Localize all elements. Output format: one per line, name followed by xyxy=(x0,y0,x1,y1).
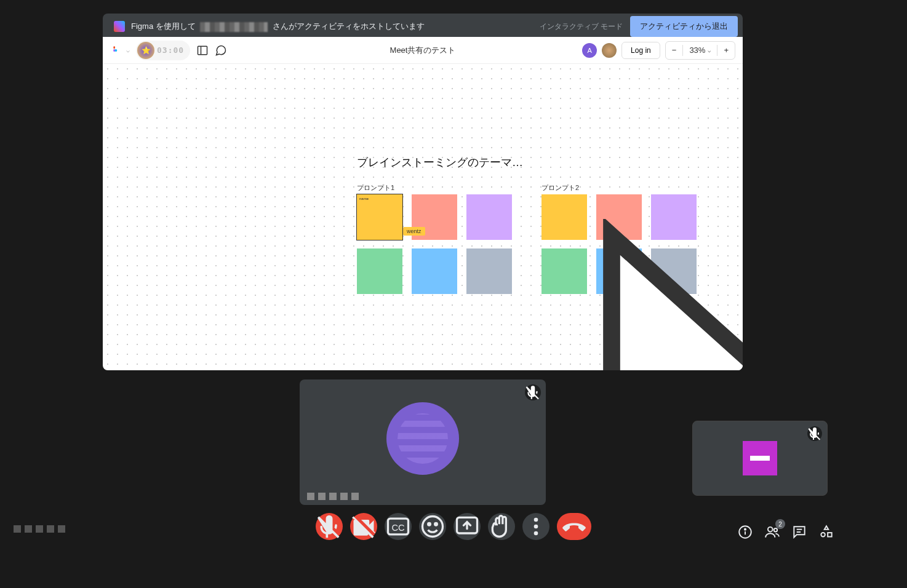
layout-grid-icon[interactable] xyxy=(196,44,209,57)
meeting-details-button[interactable] xyxy=(737,524,753,540)
svg-point-7 xyxy=(423,517,443,537)
svg-point-17 xyxy=(768,527,773,532)
raise-hand-button[interactable] xyxy=(488,513,515,540)
svg-text:CC: CC xyxy=(391,523,405,533)
svg-point-8 xyxy=(428,523,431,526)
sticky-note[interactable] xyxy=(541,194,587,240)
zoom-out-button[interactable]: − xyxy=(666,46,683,55)
figma-menu-icon[interactable] xyxy=(110,46,120,55)
chevron-down-icon[interactable]: ⌵ xyxy=(126,47,130,54)
meet-control-bar: CC xyxy=(316,513,591,540)
svg-point-11 xyxy=(534,518,538,522)
svg-point-18 xyxy=(774,528,777,531)
svg-rect-3 xyxy=(198,46,207,54)
sticky-note[interactable] xyxy=(541,248,587,294)
leave-call-button[interactable] xyxy=(557,513,591,540)
remote-cursor-label: wentz xyxy=(403,227,425,236)
user-avatar-photo[interactable] xyxy=(602,43,617,58)
document-title[interactable]: Meet共有のテスト xyxy=(390,45,456,56)
sticky-note[interactable] xyxy=(412,248,457,294)
toolbar-right: A Log in − 33% ⌵ + xyxy=(582,41,735,60)
reactions-button[interactable] xyxy=(419,513,446,540)
more-options-button[interactable] xyxy=(522,513,549,540)
prompt-1-label[interactable]: プロンプト1 xyxy=(357,183,394,193)
self-avatar xyxy=(743,441,777,475)
comment-icon[interactable] xyxy=(215,44,227,57)
sticky-note[interactable] xyxy=(466,194,512,240)
exit-activity-button[interactable]: アクティビティから退出 xyxy=(630,16,738,37)
login-button[interactable]: Log in xyxy=(621,42,660,59)
banner-text: Figma を使用して さんがアクティビティをホストしています xyxy=(131,21,540,32)
brainstorm-theme-title[interactable]: ブレインストーミングのテーマ… xyxy=(357,155,523,170)
mic-muted-icon xyxy=(807,426,822,441)
toggle-mic-button[interactable] xyxy=(316,513,343,540)
activity-banner: Figma を使用して さんがアクティビティをホストしています インタラクティブ… xyxy=(103,14,743,39)
svg-point-2 xyxy=(114,49,117,52)
svg-point-16 xyxy=(745,529,746,530)
svg-point-12 xyxy=(534,525,538,529)
host-name-pixelated xyxy=(200,22,268,32)
zoom-control: − 33% ⌵ + xyxy=(665,41,735,60)
participant-count-badge: 2 xyxy=(775,519,785,529)
mic-muted-icon xyxy=(525,384,541,400)
sticky-note[interactable] xyxy=(466,248,512,294)
interactive-mode-label: インタラクティブ モード xyxy=(540,22,623,32)
sticky-note[interactable]: name xyxy=(357,194,402,240)
activities-button[interactable] xyxy=(818,524,834,540)
user-avatar-a[interactable]: A xyxy=(582,43,597,58)
timer-value: 03:00 xyxy=(157,46,184,55)
figjam-canvas[interactable]: ブレインストーミングのテーマ… プロンプト1 プロンプト2 name wentz xyxy=(103,64,743,370)
zoom-in-button[interactable]: + xyxy=(717,46,735,55)
self-video-tile[interactable] xyxy=(692,421,828,496)
banner-prefix: Figma を使用して xyxy=(131,22,196,31)
prompt-2-label[interactable]: プロンプト2 xyxy=(541,183,579,193)
svg-point-13 xyxy=(534,531,538,536)
toggle-camera-button[interactable] xyxy=(350,513,377,540)
figma-logo-icon xyxy=(114,21,125,32)
show-participants-button[interactable]: 2 xyxy=(764,524,780,540)
sticky-note[interactable] xyxy=(357,248,402,294)
svg-point-9 xyxy=(435,523,438,526)
banner-suffix: さんがアクティビティをホストしています xyxy=(273,22,425,31)
present-screen-button[interactable] xyxy=(454,513,481,540)
chat-button[interactable] xyxy=(791,524,807,540)
meeting-time-pixelated xyxy=(14,525,65,533)
figjam-panel: ⌵ ⭐ 03:00 Meet共有のテスト A Log in − 33% ⌵ + … xyxy=(103,37,743,370)
sticky-note[interactable] xyxy=(596,248,642,294)
participant-name-pixelated xyxy=(307,493,359,500)
sticky-note[interactable] xyxy=(651,248,697,294)
svg-rect-0 xyxy=(113,46,115,49)
timer-widget[interactable]: ⭐ 03:00 xyxy=(136,41,190,60)
remote-cursor-icon xyxy=(394,219,743,370)
participant-video-tile[interactable] xyxy=(300,379,546,505)
figjam-toolbar: ⌵ ⭐ 03:00 Meet共有のテスト A Log in − 33% ⌵ + xyxy=(103,37,743,64)
meet-info-bar: 2 xyxy=(737,524,834,540)
svg-point-22 xyxy=(821,533,825,537)
zoom-level[interactable]: 33% ⌵ xyxy=(683,46,717,55)
sticky-note[interactable] xyxy=(651,194,697,240)
chevron-down-icon: ⌵ xyxy=(708,47,711,54)
sticky-note[interactable] xyxy=(596,194,642,240)
timer-icon: ⭐ xyxy=(137,42,154,59)
svg-marker-21 xyxy=(825,526,829,529)
toggle-captions-button[interactable]: CC xyxy=(385,513,412,540)
svg-rect-23 xyxy=(828,533,832,537)
participant-avatar xyxy=(386,402,459,475)
